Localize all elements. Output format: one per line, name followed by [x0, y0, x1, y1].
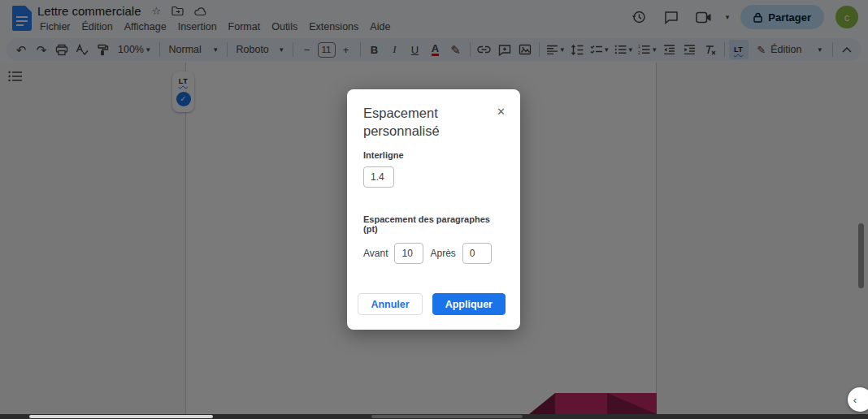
line-spacing-label: Interligne — [363, 150, 504, 160]
close-icon[interactable]: ✕ — [497, 106, 506, 118]
after-label: Après — [430, 248, 455, 259]
collapse-side-panel-button[interactable]: ‹ — [848, 387, 868, 412]
horizontal-scrollbar-thumb[interactable] — [29, 415, 213, 418]
chevron-left-icon: ‹ — [853, 394, 857, 406]
horizontal-scrollbar-segment — [371, 415, 523, 418]
spacing-after-input[interactable] — [462, 243, 492, 264]
paragraph-spacing-label: Espacement des paragraphes (pt) — [363, 214, 504, 234]
custom-spacing-dialog: Espacement personnalisé ✕ Interligne Esp… — [347, 89, 520, 330]
spacing-before-input[interactable] — [394, 243, 423, 264]
dialog-title: Espacement personnalisé — [363, 104, 485, 140]
cancel-button[interactable]: Annuler — [358, 293, 422, 315]
line-spacing-input[interactable] — [363, 166, 394, 188]
horizontal-scrollbar-track[interactable] — [0, 414, 868, 419]
apply-button[interactable]: Appliquer — [432, 293, 506, 315]
google-docs-window: Lettre commerciale ☆ Fichier Édition Aff… — [0, 0, 868, 419]
before-label: Avant — [363, 248, 388, 259]
